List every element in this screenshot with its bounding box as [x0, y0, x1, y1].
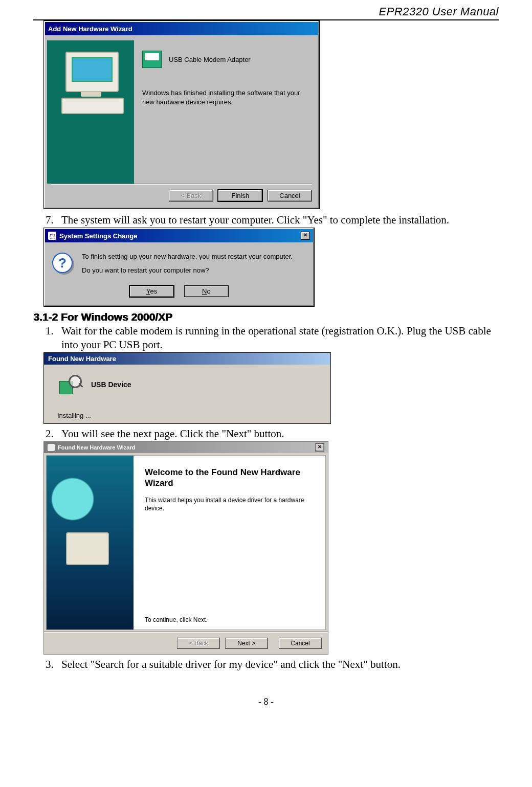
- pc-tower-icon: [61, 98, 124, 114]
- section-heading: 3.1-2 For Windows 2000/XP: [33, 311, 499, 323]
- dialog-title: Found New Hardware: [48, 355, 116, 363]
- yes-button[interactable]: Yes: [129, 285, 174, 297]
- step-7: The system will ask you to restart your …: [56, 213, 499, 227]
- step-2: You will see the next page. Click the "N…: [56, 427, 499, 440]
- back-button: < Back: [177, 638, 220, 649]
- device-icon: [142, 51, 162, 68]
- dialog-message-2: Do you want to restart your computer now…: [82, 266, 293, 274]
- dialog-message-1: To finish setting up your new hardware, …: [82, 253, 293, 260]
- cancel-button[interactable]: Cancel: [268, 190, 312, 201]
- found-device-label: USB Device: [91, 380, 131, 389]
- app-icon: ⬚: [48, 232, 56, 240]
- question-icon: ?: [52, 253, 73, 273]
- close-icon[interactable]: ✕: [315, 443, 324, 452]
- wizard-sidebar-art: [47, 456, 134, 629]
- dialog-titlebar: Found New Hardware: [44, 353, 330, 365]
- no-button[interactable]: No: [184, 285, 229, 297]
- installing-status: Installing ...: [57, 412, 320, 419]
- dialog-title: Found New Hardware Wizard: [58, 444, 135, 451]
- next-button[interactable]: Next >: [225, 638, 268, 649]
- finish-button[interactable]: Finish: [218, 190, 262, 201]
- cancel-button[interactable]: Cancel: [279, 638, 322, 649]
- dialog-titlebar: ⬚ System Settings Change ✕: [45, 229, 313, 242]
- found-new-hardware-popup: Found New Hardware USB Device Installing…: [43, 352, 331, 424]
- dialog-titlebar: Add New Hardware Wizard: [45, 22, 318, 35]
- wizard-continue-hint: To continue, click Next.: [145, 545, 314, 623]
- search-hardware-icon: [57, 374, 81, 395]
- wizard-sidebar-art: [47, 40, 134, 184]
- system-settings-change-dialog: ⬚ System Settings Change ✕ ? To finish s…: [43, 228, 315, 307]
- step-1: Wait for the cable modem is running in t…: [56, 324, 499, 351]
- dialog-titlebar: Found New Hardware Wizard ✕: [44, 442, 328, 453]
- cd-icon: [54, 127, 72, 137]
- add-hardware-wizard-dialog: Add New Hardware Wizard: [43, 20, 320, 209]
- wizard-message: Windows has finished installing the soft…: [142, 88, 312, 106]
- monitor-icon: [65, 52, 119, 92]
- dialog-title: Add New Hardware Wizard: [48, 25, 132, 33]
- cd-icon: [106, 131, 124, 141]
- wizard-heading: Welcome to the Found New Hardware Wizard: [145, 467, 314, 489]
- step-3: Select "Search for a suitable driver for…: [56, 658, 499, 671]
- dialog-title: System Settings Change: [59, 232, 137, 240]
- device-name: USB Cable Modem Adapter: [169, 56, 251, 63]
- page-header: EPR2320 User Manual: [33, 5, 499, 20]
- cd-icon: [80, 141, 97, 150]
- back-button: < Back: [169, 190, 213, 201]
- wizard-description: This wizard helps you install a device d…: [145, 496, 314, 513]
- page-number: - 8 -: [33, 696, 499, 707]
- found-new-hardware-wizard-dialog: Found New Hardware Wizard ✕ Welcome to t…: [43, 441, 328, 655]
- app-icon: [48, 444, 55, 451]
- close-icon[interactable]: ✕: [301, 232, 310, 240]
